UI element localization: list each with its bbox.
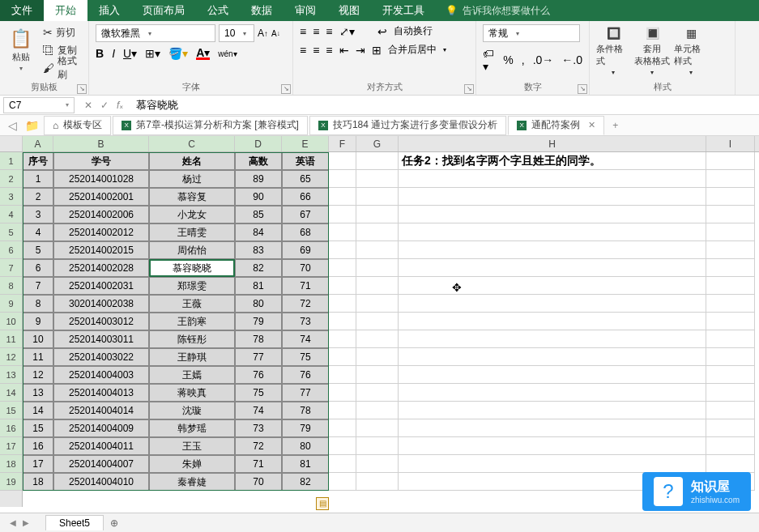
cell[interactable]: 83 bbox=[235, 241, 282, 259]
cell[interactable]: 英语 bbox=[282, 152, 329, 170]
cell[interactable]: 252014001028 bbox=[53, 170, 149, 188]
indent-inc-button[interactable]: ⇥ bbox=[356, 44, 365, 57]
col-header-a[interactable]: A bbox=[23, 136, 53, 151]
cell[interactable] bbox=[399, 384, 706, 402]
cell[interactable] bbox=[356, 277, 399, 295]
cell[interactable] bbox=[329, 206, 356, 223]
row-header-13[interactable]: 13 bbox=[0, 366, 22, 384]
cell[interactable] bbox=[706, 206, 755, 223]
cell[interactable] bbox=[399, 330, 706, 348]
sheet-next-icon[interactable]: ▶ bbox=[23, 518, 29, 527]
tab-dev[interactable]: 开发工具 bbox=[371, 0, 436, 21]
cell[interactable] bbox=[706, 455, 755, 473]
indent-dec-button[interactable]: ⇤ bbox=[339, 44, 349, 57]
cell[interactable]: 16 bbox=[23, 437, 53, 455]
fill-color-button[interactable]: 🪣▾ bbox=[168, 47, 188, 60]
table-format-button[interactable]: 🔳套用 表格格式▾ bbox=[635, 24, 669, 76]
cell[interactable] bbox=[399, 366, 706, 384]
cell[interactable]: 69 bbox=[282, 241, 329, 259]
add-sheet-icon[interactable]: ⊕ bbox=[104, 516, 125, 530]
doc-tab-templates[interactable]: ⌂模板专区 bbox=[44, 116, 111, 135]
col-header-e[interactable]: E bbox=[282, 136, 329, 151]
cell[interactable]: 朱婵 bbox=[149, 455, 235, 473]
row-header-2[interactable]: 2 bbox=[0, 170, 22, 188]
cell[interactable] bbox=[329, 188, 356, 206]
cell[interactable]: 252014003022 bbox=[53, 348, 149, 366]
number-format-combo[interactable]: 常规▾ bbox=[483, 24, 580, 42]
cell[interactable] bbox=[399, 170, 706, 188]
painter-button[interactable]: 🖌格式刷 bbox=[40, 60, 82, 76]
confirm-formula-icon[interactable]: ✓ bbox=[100, 100, 109, 111]
row-header-15[interactable]: 15 bbox=[0, 402, 22, 419]
fx-icon[interactable]: fₓ bbox=[117, 100, 123, 111]
cell[interactable] bbox=[706, 188, 755, 206]
cell[interactable]: 学号 bbox=[53, 152, 149, 170]
cell[interactable]: 252014004011 bbox=[53, 437, 149, 455]
cell[interactable]: 68 bbox=[282, 223, 329, 241]
name-box[interactable]: C7▾ bbox=[3, 97, 75, 113]
cell[interactable] bbox=[356, 152, 399, 170]
cell[interactable]: 66 bbox=[282, 188, 329, 206]
cell[interactable] bbox=[356, 419, 399, 437]
cell[interactable]: 沈璇 bbox=[149, 402, 235, 419]
doc-tab-wildcard[interactable]: X通配符案例✕ bbox=[508, 116, 604, 135]
col-header-b[interactable]: B bbox=[53, 136, 149, 151]
cell[interactable]: 72 bbox=[282, 295, 329, 313]
row-header-4[interactable]: 4 bbox=[0, 206, 22, 223]
cell[interactable]: 302014002038 bbox=[53, 295, 149, 313]
cell[interactable] bbox=[329, 419, 356, 437]
cell[interactable]: 252014002001 bbox=[53, 188, 149, 206]
row-header-9[interactable]: 9 bbox=[0, 295, 22, 313]
cell[interactable] bbox=[399, 455, 706, 473]
cell[interactable] bbox=[356, 455, 399, 473]
cell[interactable]: 蒋映真 bbox=[149, 384, 235, 402]
cell[interactable]: 18 bbox=[23, 473, 53, 491]
cell[interactable] bbox=[706, 437, 755, 455]
cell[interactable]: 252014004010 bbox=[53, 473, 149, 491]
cell[interactable]: 75 bbox=[282, 348, 329, 366]
percent-button[interactable]: % bbox=[503, 53, 513, 66]
cell[interactable] bbox=[706, 241, 755, 259]
align-launcher[interactable]: ↘ bbox=[464, 84, 474, 94]
row-header-7[interactable]: 7 bbox=[0, 259, 22, 277]
cell[interactable]: 1 bbox=[23, 170, 53, 188]
cell[interactable]: 71 bbox=[282, 277, 329, 295]
cell[interactable] bbox=[706, 259, 755, 277]
cell[interactable]: 序号 bbox=[23, 152, 53, 170]
row-header-8[interactable]: 8 bbox=[0, 277, 22, 295]
cell[interactable]: 9 bbox=[23, 313, 53, 330]
cell[interactable]: 67 bbox=[282, 206, 329, 223]
cell[interactable] bbox=[329, 366, 356, 384]
cell[interactable] bbox=[706, 152, 755, 170]
dec-decimal-button[interactable]: ←.0 bbox=[561, 53, 582, 66]
cell[interactable]: 王静琪 bbox=[149, 348, 235, 366]
cell[interactable]: 252014004014 bbox=[53, 402, 149, 419]
col-header-g[interactable]: G bbox=[356, 136, 399, 151]
cell[interactable]: 17 bbox=[23, 455, 53, 473]
font-size-combo[interactable]: 10▾ bbox=[219, 24, 254, 42]
row-header-6[interactable]: 6 bbox=[0, 241, 22, 259]
cell[interactable] bbox=[706, 366, 755, 384]
cell[interactable]: 78 bbox=[282, 402, 329, 419]
merge-center-button[interactable]: 合并后居中 bbox=[388, 43, 437, 57]
cell[interactable]: 252014003011 bbox=[53, 330, 149, 348]
align-center-button[interactable]: ≡ bbox=[313, 44, 319, 57]
cell[interactable] bbox=[329, 473, 356, 491]
cell[interactable] bbox=[399, 241, 706, 259]
cell[interactable]: 周佑怡 bbox=[149, 241, 235, 259]
cell[interactable]: 81 bbox=[282, 455, 329, 473]
cell[interactable] bbox=[356, 206, 399, 223]
cell[interactable]: 2 bbox=[23, 188, 53, 206]
cell[interactable] bbox=[329, 277, 356, 295]
cell[interactable]: 12 bbox=[23, 366, 53, 384]
align-right-button[interactable]: ≡ bbox=[326, 44, 332, 57]
row-header-1[interactable]: 1 bbox=[0, 152, 22, 170]
comma-button[interactable]: , bbox=[522, 53, 525, 66]
back-icon[interactable]: ◁ bbox=[5, 119, 20, 132]
tab-insert[interactable]: 插入 bbox=[87, 0, 131, 21]
cell[interactable]: 75 bbox=[235, 384, 282, 402]
cell[interactable] bbox=[356, 348, 399, 366]
cell[interactable]: 韩梦瑶 bbox=[149, 419, 235, 437]
formula-input[interactable]: 慕容晓晓 bbox=[130, 96, 759, 114]
cell[interactable]: 76 bbox=[282, 366, 329, 384]
